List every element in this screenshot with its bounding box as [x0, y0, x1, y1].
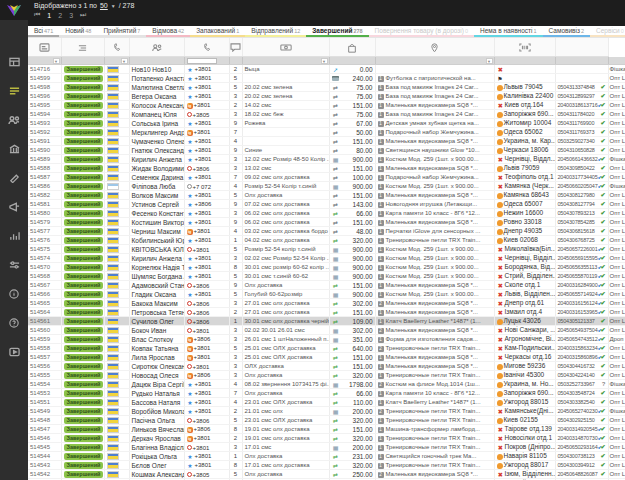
order-id-cell[interactable]: 514589 — [28, 155, 61, 164]
status-cell[interactable]: Завершений — [61, 299, 104, 308]
city-cell[interactable]: Камянка 68643 — [494, 191, 555, 200]
customer-name-cell[interactable]: Бассова Наталя — [129, 398, 184, 407]
tag-cell[interactable]: Опт L — [608, 353, 625, 362]
order-id-cell[interactable]: 514574 — [28, 254, 61, 263]
comment-cell[interactable]: Синие — [242, 146, 329, 155]
tracking-cell[interactable] — [555, 65, 608, 74]
tracking-cell[interactable]: ✔0504304416732 — [555, 362, 608, 371]
status-cell[interactable]: Завершений — [61, 281, 104, 290]
tracking-cell[interactable]: ✔0504311769900 — [555, 119, 608, 128]
order-id-cell[interactable]: 514561 — [28, 317, 61, 326]
products-cell[interactable]: 2Маленькая видеокамера SQ8 *... — [375, 299, 494, 308]
order-id-cell[interactable]: 514595 — [28, 101, 61, 110]
tracking-cell[interactable]: ✔✔20400315863234 — [555, 344, 608, 353]
products-column-icon[interactable] — [329, 38, 375, 57]
status-cell[interactable]: Завершений — [61, 146, 104, 155]
status-cell[interactable]: Завершений — [61, 344, 104, 353]
city-cell[interactable]: ✚Новосілки отд.1 — [494, 434, 555, 443]
order-row[interactable]: 514594ЗавершенийКомпанец Юля+3805318.02 … — [28, 110, 625, 119]
tag-cell[interactable]: Опт L — [608, 191, 625, 200]
tag-cell[interactable]: Опт L — [608, 344, 625, 353]
comment-cell[interactable]: 26.01 смс 1 штНаложенный п... — [242, 335, 329, 344]
order-row[interactable]: 514544ЗавершенийРокіцька Ольга★+38011Олх… — [28, 452, 625, 461]
statistics-icon[interactable] — [7, 230, 21, 242]
phone-cell[interactable]: ★+3801 — [184, 191, 229, 200]
city-cell[interactable]: ✚Днепр отд.61 — [494, 299, 555, 308]
tracking-cell[interactable]: ✔0504305121337 — [555, 317, 608, 326]
phone-column-icon[interactable] — [184, 38, 229, 57]
tag-cell[interactable]: Фішка — [608, 182, 625, 191]
city-cell[interactable]: Украина, м. Кар... — [494, 137, 555, 146]
customer-name-cell[interactable]: Шумляс Богдана Ан... — [129, 272, 184, 281]
status-cell[interactable]: Завершений — [61, 425, 104, 434]
order-id-cell[interactable]: 514580 — [28, 209, 61, 218]
tracking-cell[interactable]: ✔0504307893213 — [555, 209, 608, 218]
order-row[interactable]: 514588ЗавершенийЖидак Володимир+3806313.… — [28, 164, 625, 173]
tag-cell[interactable]: Опт L — [608, 245, 625, 254]
products-cell[interactable] — [375, 65, 494, 74]
customer-name-cell[interactable]: Дацюк Віра Сергіївна — [129, 380, 184, 389]
order-id-cell[interactable]: 514560 — [28, 326, 61, 335]
city-cell[interactable]: Львів 79059 — [494, 164, 555, 173]
customer-name-cell[interactable]: Потапенко Анастас... — [129, 74, 184, 83]
order-row[interactable]: 514556ЗавершенийСиротюк Олександр+38013О… — [28, 362, 625, 371]
order-row[interactable]: 514586ЗавершенийФіліпова Люба+7 0724Розм… — [28, 182, 625, 191]
products-cell[interactable]: 1Тренировочные петли TRX Train... — [375, 461, 494, 470]
tag-cell[interactable]: Опт L — [608, 119, 625, 128]
payment-sum-cell[interactable]: ▦302.00 — [329, 326, 375, 335]
products-cell[interactable]: 1Маленькая видеокамера SQ8 *... — [375, 218, 494, 227]
order-id-cell[interactable]: 514568 — [28, 272, 61, 281]
phone-cell[interactable]: +3801 — [184, 362, 229, 371]
status-cell[interactable]: Завершений — [61, 290, 104, 299]
order-id-cell[interactable]: 514564 — [28, 308, 61, 317]
phone-cell[interactable]: ig+3801 — [184, 434, 229, 443]
tag-cell[interactable]: Опт L — [608, 236, 625, 245]
phone-cell[interactable]: ★+3801 — [184, 407, 229, 416]
order-id-cell[interactable]: 514598 — [28, 83, 61, 92]
payment-sum-cell[interactable]: ⇄151.00 — [329, 218, 375, 227]
tab-9[interactable]: Нема в наявності1 — [474, 26, 543, 37]
payment-sum-cell[interactable]: ⇄66.00 — [329, 389, 375, 398]
customer-name-cell[interactable]: Малютина Светлана — [129, 83, 184, 92]
customer-name-cell[interactable]: Адамовский Станис... — [129, 281, 184, 290]
tracking-cell[interactable]: ✔0504308127794 — [555, 200, 608, 209]
payment-sum-cell[interactable]: ⇄48.00 — [329, 227, 375, 236]
filter-source[interactable]: ▼ — [104, 57, 129, 65]
comment-cell[interactable]: Розмір 52-54 Колір т.синій — [242, 182, 329, 191]
orders-icon[interactable] — [7, 85, 21, 97]
customer-name-cell[interactable]: Черниш Максим — [129, 227, 184, 236]
tracking-cell[interactable]: ✔0504309850422 — [555, 164, 608, 173]
order-row[interactable]: 514579ЗавершенийКостишин Виктор★+3801906… — [28, 218, 625, 227]
comment-cell[interactable]: Голубий 60-62розмір — [242, 290, 329, 299]
customer-name-cell[interactable]: Воробйов Микола — [129, 407, 184, 416]
phone-cell[interactable]: ig+3806 — [184, 425, 229, 434]
status-cell[interactable]: Завершений — [61, 200, 104, 209]
phone-cell[interactable]: ★+3801 — [184, 263, 229, 272]
tag-cell[interactable]: Опт L — [608, 299, 625, 308]
tracking-cell[interactable]: ✔✔20400317734405 — [555, 173, 608, 182]
city-cell[interactable]: Луцьк 43026 — [494, 317, 555, 326]
tag-cell[interactable]: Опт L — [608, 416, 625, 425]
status-cell[interactable]: Завершений — [61, 119, 104, 128]
phone-cell[interactable]: ★+3801 — [184, 389, 229, 398]
customer-name-cell[interactable]: Кобилинський Юрий — [129, 236, 184, 245]
order-row[interactable]: 514561ЗавершенийСучилов Олег+3806130.01 … — [28, 317, 625, 326]
products-cell[interactable]: 1Костюм Мод. 259 (1шт. х 900.00... — [375, 182, 494, 191]
last-page-button[interactable]: ⏭ — [80, 11, 86, 19]
tracking-cell[interactable] — [555, 74, 608, 83]
phone-cell[interactable]: ★+3801 — [184, 65, 229, 74]
tracking-cell[interactable]: ✔✔20400314870730 — [555, 434, 608, 443]
filter-phone[interactable] — [184, 57, 229, 65]
payment-sum-cell[interactable]: ⇄320.00 — [329, 416, 375, 425]
tag-cell[interactable]: Опт L — [608, 74, 625, 83]
order-id-cell[interactable]: 514554 — [28, 380, 61, 389]
order-row[interactable]: 514576ЗавершенийКобилинський Юрий★+38011… — [28, 236, 625, 245]
phone-cell[interactable]: ig+3801 — [184, 128, 229, 137]
status-cell[interactable]: Завершений — [61, 308, 104, 317]
status-cell[interactable]: Завершений — [61, 470, 104, 479]
phone-cell[interactable]: ★+3801 — [184, 236, 229, 245]
phone-cell[interactable]: ★+3801 — [184, 398, 229, 407]
payment-column-icon[interactable] — [242, 38, 329, 57]
tag-cell[interactable]: Опт L — [608, 290, 625, 299]
city-cell[interactable]: ✚Львів, Відділен... — [494, 290, 555, 299]
